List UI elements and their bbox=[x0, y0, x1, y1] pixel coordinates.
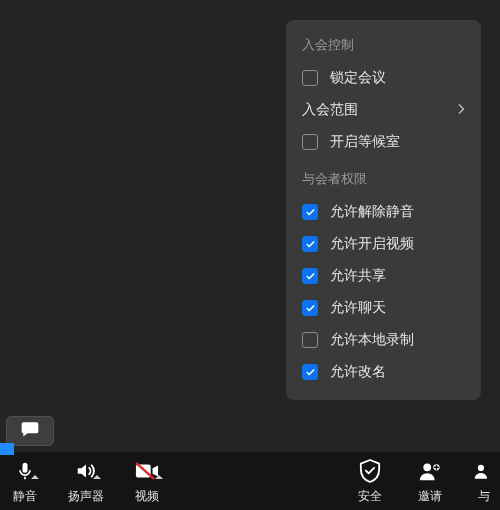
toolbar-spacer bbox=[182, 452, 340, 510]
menu-item-allow-rename[interactable]: 允许改名 bbox=[286, 356, 481, 388]
menu-item-admission-scope[interactable]: 入会范围 bbox=[286, 94, 481, 126]
section-participant-permissions: 与会者权限 bbox=[286, 164, 481, 196]
shield-icon bbox=[359, 459, 381, 487]
invite-user-icon bbox=[418, 460, 442, 486]
toolbar-label: 安全 bbox=[358, 488, 382, 505]
svg-rect-0 bbox=[136, 464, 151, 477]
toolbar-label: 扬声器 bbox=[68, 488, 104, 505]
mute-caret[interactable] bbox=[29, 471, 41, 483]
menu-item-waiting-room[interactable]: 开启等候室 bbox=[286, 126, 481, 158]
menu-item-label: 允许开启视频 bbox=[330, 235, 414, 253]
menu-item-label: 开启等候室 bbox=[330, 133, 400, 151]
checkbox-checked-icon bbox=[302, 300, 318, 316]
checkbox-checked-icon bbox=[302, 204, 318, 220]
menu-item-allow-share[interactable]: 允许共享 bbox=[286, 260, 481, 292]
menu-item-label: 允许共享 bbox=[330, 267, 386, 285]
speaker-button[interactable]: 扬声器 bbox=[60, 452, 122, 510]
invite-button[interactable]: 邀请 bbox=[400, 452, 460, 510]
participants-icon bbox=[474, 460, 494, 486]
toolbar-label: 静音 bbox=[13, 488, 37, 505]
toolbar-label: 与 bbox=[478, 488, 490, 505]
participants-button-cut[interactable]: 与 bbox=[460, 452, 500, 510]
svg-point-2 bbox=[423, 463, 431, 471]
menu-item-allow-unmute[interactable]: 允许解除静音 bbox=[286, 196, 481, 228]
menu-item-lock-meeting[interactable]: 锁定会议 bbox=[286, 62, 481, 94]
checkbox-icon bbox=[302, 332, 318, 348]
chat-bubble-icon bbox=[20, 419, 40, 443]
section-admission-control: 入会控制 bbox=[286, 30, 481, 62]
menu-item-label: 入会范围 bbox=[302, 101, 358, 119]
checkbox-checked-icon bbox=[302, 236, 318, 252]
speaker-caret[interactable] bbox=[91, 471, 103, 483]
security-button[interactable]: 安全 bbox=[340, 452, 400, 510]
menu-item-label: 允许解除静音 bbox=[330, 203, 414, 221]
security-menu: 入会控制 锁定会议 入会范围 开启等候室 与会者权限 允许解除静音 允许开启视频 bbox=[286, 20, 481, 400]
video-button[interactable]: 视频 bbox=[122, 452, 182, 510]
menu-item-label: 允许改名 bbox=[330, 363, 386, 381]
chevron-right-icon bbox=[457, 103, 465, 117]
mute-button[interactable]: 静音 bbox=[0, 452, 60, 510]
menu-item-label: 允许本地录制 bbox=[330, 331, 414, 349]
menu-item-label: 锁定会议 bbox=[330, 69, 386, 87]
menu-item-allow-video[interactable]: 允许开启视频 bbox=[286, 228, 481, 260]
checkbox-icon bbox=[302, 70, 318, 86]
svg-point-4 bbox=[478, 464, 484, 470]
window-corner-highlight bbox=[0, 443, 14, 455]
menu-item-label: 允许聊天 bbox=[330, 299, 386, 317]
video-caret[interactable] bbox=[153, 471, 165, 483]
menu-item-allow-chat[interactable]: 允许聊天 bbox=[286, 292, 481, 324]
menu-item-allow-local-record[interactable]: 允许本地录制 bbox=[286, 324, 481, 356]
toolbar-label: 视频 bbox=[135, 488, 159, 505]
checkbox-checked-icon bbox=[302, 364, 318, 380]
toolbar-label: 邀请 bbox=[418, 488, 442, 505]
checkbox-checked-icon bbox=[302, 268, 318, 284]
meeting-toolbar: 静音 扬声器 视频 安全 bbox=[0, 452, 500, 510]
checkbox-icon bbox=[302, 134, 318, 150]
chat-button[interactable] bbox=[6, 416, 54, 446]
